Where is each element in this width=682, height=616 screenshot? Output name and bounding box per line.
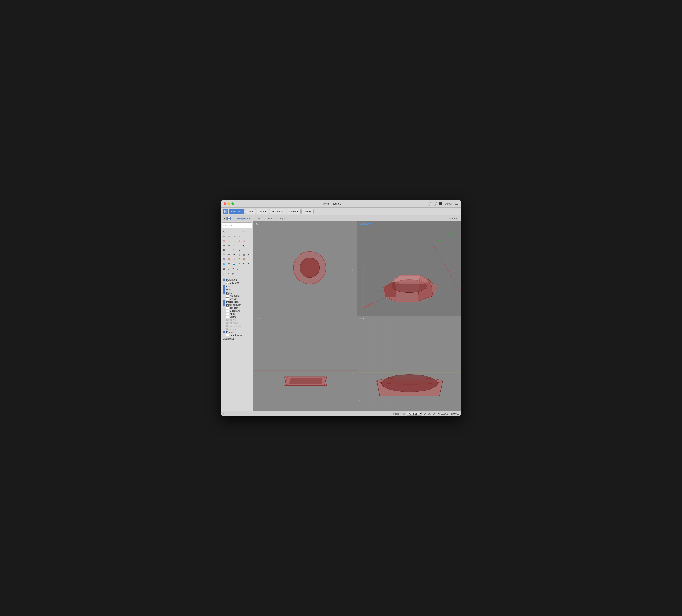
midpoint-snap-item[interactable]: Midpoint (223, 294, 251, 297)
annotation-tool[interactable]: ⊡ (237, 257, 241, 261)
disable-all-button[interactable]: Disable all (223, 337, 251, 340)
vertex-snap-item[interactable]: Vertex (223, 315, 251, 318)
intersection-snap-item[interactable]: ✓ Intersection (223, 300, 251, 303)
circle-tool[interactable]: ○ (232, 234, 236, 239)
smart-track-button[interactable]: SmartTrack (269, 209, 286, 214)
point-tool[interactable]: · (227, 230, 231, 234)
nav-circle-button[interactable]: ◯ (433, 202, 437, 206)
near-checkbox[interactable]: ✓ (223, 288, 225, 291)
boolean-tool[interactable]: ⊗ (232, 243, 236, 248)
extrude-tool[interactable]: ◆ (232, 239, 236, 243)
loft-tool[interactable]: ◉ (237, 239, 241, 243)
viewport-top[interactable]: Top (253, 221, 357, 316)
transform-tool[interactable]: ⊠ (222, 248, 226, 252)
gumball-button[interactable]: Gumball (287, 209, 300, 214)
smarttrack-snap-item[interactable]: SmartTrack (223, 333, 251, 336)
flow-tool[interactable]: 🌊 (232, 262, 236, 266)
arc-tool[interactable]: ⌓ (237, 234, 241, 239)
intersection-checkbox[interactable]: ✓ (223, 301, 225, 303)
polyline-tool[interactable]: ⌒ (237, 230, 241, 234)
array-tool[interactable]: ⋮⋮ (242, 248, 246, 252)
command-input[interactable]: Command (222, 222, 252, 228)
dim-tool[interactable]: ⊡ (227, 243, 231, 248)
polygon-tool[interactable]: ⬡ (227, 234, 231, 239)
more-tool-1[interactable]: ⋯ (247, 230, 251, 234)
tab-perspective[interactable]: Perspective (235, 217, 253, 220)
fillet-tool[interactable]: ◣ (242, 243, 246, 248)
tangent-snap-item[interactable]: Tangent (223, 306, 251, 309)
print-tool[interactable]: ≡ (231, 267, 235, 271)
history-button[interactable]: History (301, 209, 314, 214)
named-view-tool[interactable]: ◱ (226, 272, 231, 276)
tab-front[interactable]: Front (266, 217, 275, 220)
midpoint-checkbox[interactable] (226, 294, 229, 297)
nav-back-button[interactable]: ↺ (427, 202, 431, 206)
surface-tool[interactable]: ▣ (222, 239, 226, 243)
snap-tool[interactable]: ⊙ (227, 262, 231, 266)
close-button[interactable] (224, 202, 226, 205)
vertex-checkbox[interactable] (226, 315, 229, 318)
sidebar-icon-button[interactable] (223, 209, 228, 214)
curve-tool[interactable]: ∫ (232, 230, 236, 234)
center-checkbox[interactable] (226, 298, 229, 300)
hamburger-icon[interactable]: ≡ (223, 412, 224, 416)
hatch-tool[interactable]: ▦ (242, 257, 246, 261)
osnap-tool[interactable]: ⊙ (222, 272, 226, 276)
more-tool-3[interactable]: ⋯ (247, 239, 251, 243)
knot-snap-item[interactable]: Knot (223, 312, 251, 315)
tab-right[interactable]: Right (278, 217, 288, 220)
more-tool-4[interactable]: ⋯ (247, 243, 251, 248)
orient-tool[interactable]: ⊿ (237, 262, 241, 266)
sidebar-toggle-button[interactable] (454, 202, 458, 205)
project-checkbox[interactable]: ✓ (223, 331, 225, 333)
perpendicular-snap-item[interactable]: ✓ Perpendicular (223, 303, 251, 306)
cplane-select[interactable]: CPlane (407, 412, 422, 416)
camera-tool[interactable]: 📷 (242, 252, 246, 257)
minimize-button[interactable] (227, 202, 230, 205)
more-tool-7[interactable]: ⋯ (247, 257, 251, 261)
tab-top[interactable]: Top (255, 217, 263, 220)
zoom-tool[interactable]: ⊕ (227, 252, 231, 257)
center-snap-item[interactable]: Center (223, 297, 251, 300)
viewport-single-icon[interactable]: ■ (223, 217, 227, 220)
cplane-obj-tool[interactable]: ◳ (231, 272, 235, 276)
end-checkbox[interactable]: ✓ (223, 285, 225, 288)
ortho-button[interactable]: Ortho (245, 209, 256, 214)
oneshot-radio[interactable] (226, 281, 229, 284)
scale-tool[interactable]: ⊿ (237, 248, 241, 252)
group-tool[interactable]: ⊞ (227, 257, 231, 261)
viewport-perspective[interactable]: Perspective (357, 221, 461, 316)
render-tool[interactable]: ◑ (232, 252, 236, 257)
oneshot-snap-item[interactable]: One shot (223, 281, 251, 284)
worksession-tool[interactable]: ⊟ (235, 267, 240, 271)
freeform-tool[interactable]: 〜 (242, 230, 246, 234)
layer-tool[interactable]: ⊟ (222, 257, 226, 261)
move-tool[interactable]: ✛ (227, 248, 231, 252)
light-tool[interactable]: 💡 (237, 252, 241, 257)
planar-button[interactable]: Planar (257, 209, 268, 214)
grid-snap-button[interactable]: Grid Snap (229, 209, 244, 214)
more-tool-2[interactable]: ⋯ (247, 234, 251, 239)
viewport-quad-icon[interactable] (227, 217, 231, 220)
rectangle-tool[interactable]: □ (222, 234, 226, 239)
knot-checkbox[interactable] (226, 312, 229, 315)
block-tool[interactable]: ⊕ (232, 257, 236, 261)
analyze-tool[interactable]: 🔍 (222, 252, 226, 257)
color-swatch[interactable] (439, 202, 442, 205)
quadrant-checkbox[interactable] (226, 309, 229, 312)
trim-tool[interactable]: ✓ (237, 243, 241, 248)
project-snap-item[interactable]: ✓ Project (223, 330, 251, 333)
persistent-radio[interactable] (223, 278, 225, 281)
mesh-tool[interactable]: ⊞ (222, 243, 226, 248)
revolve-tool[interactable]: ⊕ (242, 239, 246, 243)
display-tool[interactable]: 🌐 (222, 262, 226, 266)
select-tool[interactable]: ↖ (222, 230, 226, 234)
viewport-right[interactable]: Right (357, 316, 461, 411)
perpendicular-checkbox[interactable]: ✓ (223, 304, 225, 306)
near-snap-item[interactable]: ✓ Near (223, 288, 251, 291)
more-tool-9[interactable]: ⋯ (247, 262, 251, 266)
viewport-front[interactable]: Front (253, 316, 357, 411)
quadrant-snap-item[interactable]: Quadrant (223, 309, 251, 312)
end-snap-item[interactable]: ✓ End (223, 285, 251, 288)
persistent-snap-item[interactable]: Persistent (223, 278, 251, 281)
